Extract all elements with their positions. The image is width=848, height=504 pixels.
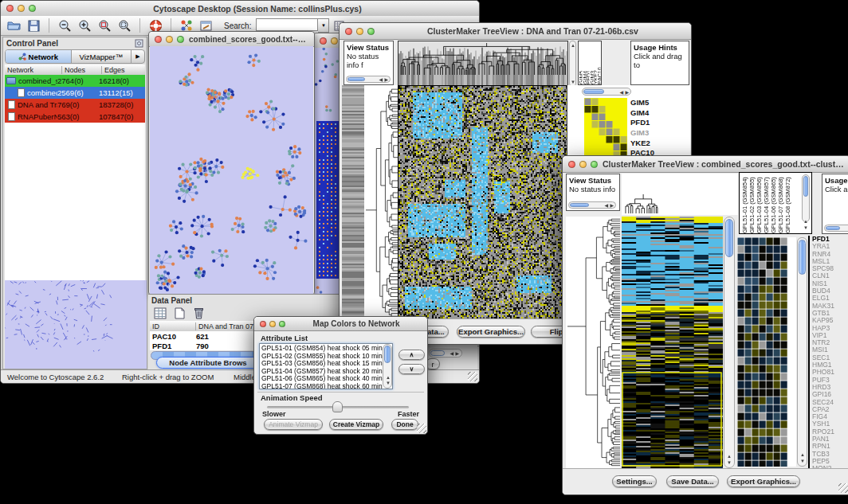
zoom-panel-scrollbar[interactable]: ◀▶	[582, 88, 631, 96]
trash-icon[interactable]	[190, 305, 207, 321]
attribute-item[interactable]: GPL51-03 (GSM856) heat shock 15 min	[261, 360, 391, 368]
save-data-button[interactable]: Save Data...	[666, 475, 719, 487]
tab-vizmapper-label: VizMapper™	[79, 53, 123, 61]
zoom-fit-icon[interactable]	[116, 18, 133, 33]
tab-overflow-button[interactable]: ▶	[132, 50, 144, 63]
open-folder-icon[interactable]	[5, 18, 22, 33]
dendrogram-vscrollbar[interactable]: ▲▼	[569, 41, 576, 87]
labels-vscrollbar[interactable]	[802, 174, 810, 222]
save-icon[interactable]	[25, 18, 42, 33]
gene-label[interactable]: PFD1	[630, 118, 678, 128]
usage-hints-scrollbar[interactable]	[824, 225, 848, 232]
view-status-scrollbar[interactable]: ◀▶	[568, 201, 616, 209]
minimize-button[interactable]	[331, 37, 338, 45]
search-input[interactable]	[256, 18, 318, 31]
zoom-button[interactable]	[367, 28, 375, 35]
gene-label[interactable]: GIM4	[630, 108, 678, 119]
col-edges[interactable]: Edges	[102, 66, 145, 74]
selected-cluster-heatmap-canvas[interactable]	[584, 98, 627, 158]
network-row[interactable]: combined_scores 2764(0) 16218(0)	[5, 75, 145, 87]
resize-grip[interactable]	[468, 372, 477, 381]
attribute-item[interactable]: GPL51-06 (GSM865) heat shock 40 min	[261, 375, 391, 383]
zoom-out-icon[interactable]	[56, 18, 73, 33]
dialog-title-bar[interactable]: Map Colors to Network	[254, 317, 427, 331]
table-icon[interactable]	[151, 305, 169, 321]
tab-vizmapper[interactable]: VizMapper™	[72, 50, 132, 63]
float-panel-icon[interactable]	[135, 39, 143, 48]
network-window-1-title-bar[interactable]: combined_scores_good.txt--cluste...	[149, 32, 314, 47]
view-status-scrollbar[interactable]: ◀▶	[346, 76, 391, 83]
close-button[interactable]	[345, 28, 352, 35]
resize-grip[interactable]	[417, 424, 426, 433]
create-vizmap-button[interactable]: Create Vizmap	[329, 419, 383, 430]
attribute-item[interactable]: GPL51-04 (GSM857) heat shock 20 min	[261, 368, 391, 376]
minimize-button[interactable]	[579, 161, 587, 168]
control-panel: Control Panel Network VizMapper™ ▶ Netwo…	[2, 37, 147, 369]
network-view-canvas[interactable]	[150, 46, 313, 294]
zoom-button[interactable]	[177, 36, 184, 43]
move-up-button[interactable]: ∧	[398, 350, 425, 360]
column-dendrogram-canvas[interactable]	[622, 174, 738, 215]
move-down-button[interactable]: ∨	[398, 364, 425, 374]
export-graphics-button[interactable]: Export Graphics...	[727, 475, 800, 487]
zoom-button[interactable]	[591, 161, 598, 168]
main-title-bar[interactable]: Cytoscape Desktop (Session Name: collins…	[1, 1, 479, 17]
col-network[interactable]: Network	[5, 66, 62, 74]
gene-label[interactable]: YKE2	[630, 139, 678, 149]
column-label: GPL51-01 (GSM854)	[741, 173, 748, 233]
col-nodes[interactable]: Nodes	[62, 66, 102, 74]
node-attribute-browser-tab[interactable]: Node Attribute Brows	[156, 357, 260, 369]
treeview2-title-bar[interactable]: ClusterMaker TreeView : combined_scores_…	[563, 156, 848, 173]
main-heatmap-canvas[interactable]	[622, 217, 723, 468]
network-name: DNA and Tran 07	[18, 100, 57, 109]
network-name: combined_sco	[27, 88, 57, 97]
listbox-scrollbar[interactable]: ▲▼	[383, 344, 392, 389]
cluster-vscrollbar[interactable]: ▲▼	[797, 237, 807, 467]
settings-button[interactable]: Settings...	[612, 475, 657, 487]
row-dendrogram-canvas[interactable]	[566, 217, 620, 468]
network-row[interactable]: RNAPuberNov2+ 563(0) 107847(0)	[5, 111, 145, 123]
minimize-button[interactable]	[356, 28, 363, 35]
network-overview-canvas[interactable]	[5, 280, 147, 369]
new-document-icon[interactable]	[171, 305, 188, 321]
done-button[interactable]: Done	[391, 419, 418, 430]
selected-cluster-heatmap-canvas[interactable]	[737, 237, 796, 467]
row-dendrogram-canvas[interactable]	[342, 85, 398, 319]
zoom-button[interactable]	[279, 321, 285, 327]
attribute-item[interactable]: GPL51-02 (GSM855) heat shock 10 min	[261, 353, 391, 361]
column-label: GIM5	[579, 41, 583, 84]
close-button[interactable]	[6, 5, 14, 12]
attribute-listbox[interactable]: GPL51-01 (GSM854) heat shock 05 minGPL51…	[259, 343, 393, 389]
zoom-button[interactable]	[29, 5, 36, 12]
close-button[interactable]	[155, 36, 162, 43]
network-row[interactable]: combined_sco 2569(6) 13112(15)	[5, 87, 145, 99]
close-button[interactable]	[260, 321, 266, 327]
search-dropdown-button[interactable]: ▼	[318, 18, 329, 33]
network-row[interactable]: DNA and Tran 07 769(0) 183728(0)	[5, 99, 145, 111]
column-dendrogram-canvas[interactable]	[398, 41, 568, 87]
speed-slider-thumb[interactable]	[332, 401, 343, 412]
attribute-item[interactable]: GPL51-07 (GSM868) heat shock 60 min	[261, 383, 391, 390]
close-button[interactable]	[568, 161, 575, 168]
resize-grip[interactable]	[838, 483, 848, 493]
zoom-selected-icon[interactable]	[96, 18, 113, 33]
tab-network[interactable]: Network	[6, 50, 72, 63]
minimize-button[interactable]	[18, 5, 25, 12]
data-col-id[interactable]: ID	[150, 322, 196, 330]
main-heatmap-canvas[interactable]	[398, 85, 567, 320]
zoom-in-icon[interactable]	[76, 18, 93, 33]
attribute-item[interactable]: GPL51-01 (GSM854) heat shock 05 min	[261, 345, 391, 353]
mini-scrollbar[interactable]: ◀▶	[429, 349, 462, 357]
view-status-box: View Status No status info f ◀▶	[344, 41, 394, 85]
gene-label[interactable]: GIM3	[630, 128, 678, 139]
minimize-button[interactable]	[269, 321, 276, 327]
animate-vizmap-button[interactable]: Animate Vizmap	[264, 419, 323, 430]
toolbar-separator	[139, 18, 140, 33]
minimize-button[interactable]	[166, 36, 173, 43]
heatmap-vscrollbar[interactable]: ▲▼	[724, 217, 735, 468]
gene-label[interactable]: GIM5	[630, 98, 678, 108]
data-panel-title: Data Panel	[151, 296, 192, 305]
close-button[interactable]	[320, 37, 327, 45]
export-graphics-button[interactable]: Export Graphics...	[457, 326, 525, 338]
treeview1-title-bar[interactable]: ClusterMaker TreeView : DNA and Tran 07-…	[340, 23, 691, 40]
